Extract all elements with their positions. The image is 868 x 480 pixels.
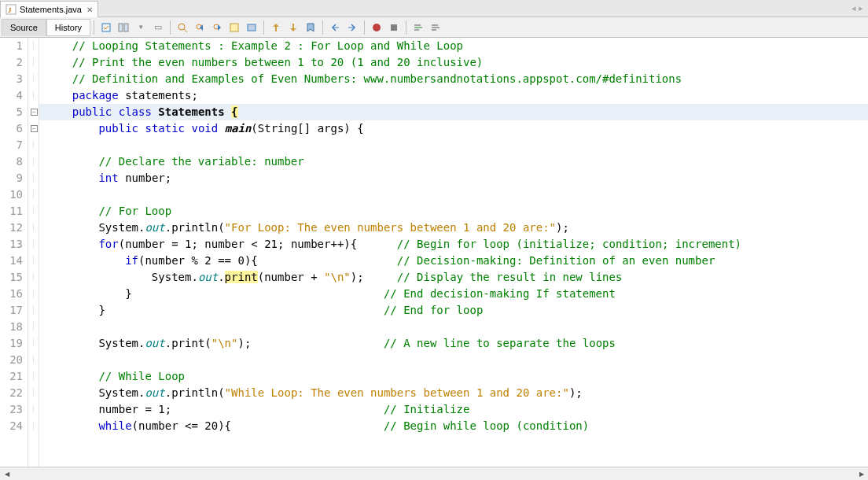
code-line[interactable]: public class Statements {: [39, 104, 868, 120]
shift-left-icon[interactable]: [327, 20, 343, 35]
code-line[interactable]: // Print the even numbers between 1 to 2…: [46, 54, 868, 71]
line-number: 16: [2, 286, 23, 302]
code-line[interactable]: int number;: [46, 170, 868, 186]
fold-marker: │: [28, 368, 39, 385]
macro-record-icon[interactable]: [369, 20, 384, 35]
code-line[interactable]: for(number = 1; number < 21; number++){ …: [46, 236, 868, 253]
code-line[interactable]: // For Loop: [46, 203, 868, 220]
code-line[interactable]: System.out.print("\n"); // A new line to…: [46, 335, 868, 352]
line-number: 1: [2, 38, 23, 54]
code-line[interactable]: System.out.print(number + "\n"); // Disp…: [46, 269, 868, 286]
toggle-bookmark-icon[interactable]: [303, 20, 318, 35]
fold-marker: │: [28, 170, 39, 186]
code-line[interactable]: // Definition and Examples of Even Numbe…: [46, 71, 868, 87]
svg-text:J: J: [8, 6, 12, 14]
line-number: 22: [2, 385, 23, 401]
toolbar-separator: [406, 20, 406, 35]
line-number: 24: [2, 418, 23, 434]
prev-bookmark-icon[interactable]: [268, 20, 284, 35]
scroll-left-icon[interactable]: ◀: [0, 467, 13, 481]
fold-marker: │: [28, 71, 39, 87]
line-number: 10: [2, 186, 23, 203]
line-number: 2: [2, 54, 23, 71]
line-number: 14: [2, 253, 23, 269]
line-number: 11: [2, 203, 23, 220]
line-number: 17: [2, 302, 23, 319]
code-line[interactable]: // Looping Statements : Example 2 : For …: [46, 38, 868, 54]
fold-marker: │: [28, 137, 39, 153]
code-line[interactable]: package statements;: [46, 87, 868, 104]
code-line[interactable]: if(number % 2 == 0){ // Decision-making:…: [46, 253, 868, 269]
fold-marker: │: [28, 87, 39, 104]
line-number: 4: [2, 87, 23, 104]
file-tab-label: Statements.java: [20, 5, 82, 14]
svg-rect-3: [119, 24, 123, 31]
fold-marker[interactable]: −: [28, 120, 39, 137]
close-icon[interactable]: ✕: [86, 6, 93, 14]
code-line[interactable]: [46, 319, 868, 335]
fold-marker[interactable]: −: [28, 104, 39, 120]
diff-icon[interactable]: [116, 20, 131, 35]
line-number: 18: [2, 319, 23, 335]
file-tab-bar: J Statements.java ✕ ◂ ▸: [0, 0, 868, 17]
fold-marker: │: [28, 203, 39, 220]
code-editor[interactable]: 123456789101112131415161718192021222324 …: [0, 38, 868, 467]
line-number: 23: [2, 401, 23, 418]
next-bookmark-icon[interactable]: [285, 20, 301, 35]
toggle-rect-icon[interactable]: [244, 20, 259, 35]
last-edit-icon[interactable]: [98, 20, 114, 35]
toolbar-slider-icon[interactable]: ▭: [150, 20, 166, 35]
toolbar-dropdown-icon[interactable]: ▼: [133, 20, 149, 35]
uncomment-icon[interactable]: [428, 20, 443, 35]
line-number: 7: [2, 137, 23, 153]
tab-source[interactable]: Source: [2, 19, 46, 36]
line-number: 9: [2, 170, 23, 186]
code-line[interactable]: while(number <= 20){ // Begin while loop…: [46, 418, 868, 434]
code-line[interactable]: } // End for loop: [46, 302, 868, 319]
fold-marker: │: [28, 335, 39, 352]
code-line[interactable]: // While Loop: [46, 368, 868, 385]
fold-marker: │: [28, 385, 39, 401]
code-line[interactable]: [46, 352, 868, 368]
toolbar-separator: [170, 20, 171, 35]
code-line[interactable]: [46, 137, 868, 153]
tab-nav-arrows[interactable]: ◂ ▸: [851, 3, 868, 13]
code-line[interactable]: public static void main(String[] args) {: [46, 120, 868, 137]
code-line[interactable]: System.out.println("While Loop: The even…: [46, 385, 868, 401]
fold-marker: │: [28, 401, 39, 418]
toggle-highlight-icon[interactable]: [226, 20, 242, 35]
shift-right-icon[interactable]: [344, 20, 360, 35]
line-number: 6: [2, 120, 23, 137]
fold-marker: │: [28, 352, 39, 368]
scrollbar-track[interactable]: [13, 467, 855, 481]
editor-toolbar: Source History ▼ ▭: [0, 17, 868, 38]
svg-line-6: [184, 29, 187, 32]
tab-history[interactable]: History: [46, 19, 90, 36]
toolbar-separator: [263, 20, 264, 35]
toolbar-separator: [364, 20, 365, 35]
scroll-right-icon[interactable]: ▶: [855, 467, 868, 481]
fold-marker: │: [28, 253, 39, 269]
find-prev-icon[interactable]: [192, 20, 208, 35]
line-number: 13: [2, 236, 23, 253]
code-line[interactable]: number = 1; // Initialize: [46, 401, 868, 418]
file-tab-statements[interactable]: J Statements.java ✕: [0, 1, 98, 17]
fold-marker: │: [28, 38, 39, 54]
svg-rect-4: [124, 24, 128, 31]
find-selection-icon[interactable]: [175, 20, 190, 35]
fold-marker: │: [28, 269, 39, 286]
code-line[interactable]: [46, 186, 868, 203]
fold-marker: │: [28, 319, 39, 335]
line-number: 8: [2, 153, 23, 170]
comment-icon[interactable]: [410, 20, 426, 35]
line-number-gutter: 123456789101112131415161718192021222324: [0, 38, 28, 467]
code-line[interactable]: System.out.println("For Loop: The even n…: [46, 220, 868, 236]
macro-stop-icon[interactable]: [386, 20, 402, 35]
code-line[interactable]: // Declare the variable: number: [46, 153, 868, 170]
svg-point-13: [373, 24, 381, 31]
code-line[interactable]: } // End decision-making If statement: [46, 286, 868, 302]
fold-gutter[interactable]: ││││−−││││││││││││││││││: [28, 38, 39, 467]
horizontal-scrollbar[interactable]: ◀ ▶: [0, 467, 868, 480]
code-area[interactable]: // Looping Statements : Example 2 : For …: [39, 38, 868, 467]
find-next-icon[interactable]: [209, 20, 225, 35]
